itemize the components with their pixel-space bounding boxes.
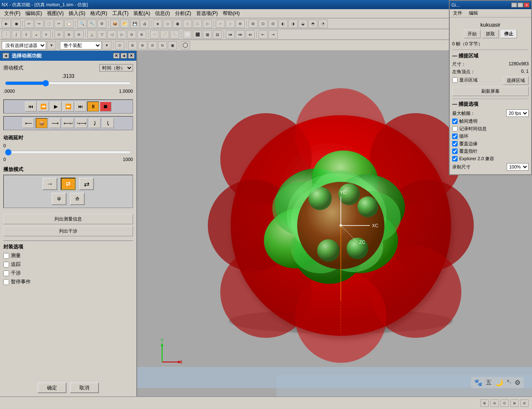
toolbar-btn-8[interactable]: 🔍	[77, 20, 86, 28]
toolbar-btn-10[interactable]: ⚙	[97, 20, 106, 28]
toolbar2-btn-3[interactable]: λ	[22, 30, 31, 39]
loop-btn-5[interactable]: ↪⟶	[76, 118, 87, 128]
toolbar2-btn-6[interactable]: ⊙	[54, 30, 64, 39]
toolbar-btn-4[interactable]: ↪	[34, 20, 44, 28]
toolbar-start-btn[interactable]: ▶	[2, 20, 11, 28]
delay-slider[interactable]	[5, 149, 131, 156]
toolbar3-btn-4[interactable]: ⊕	[128, 41, 137, 50]
toolbar2-btn-22[interactable]: ⏮	[226, 30, 235, 39]
loop-btn-4[interactable]: ⟵↩	[62, 118, 74, 128]
loop-btn-3[interactable]: ⟶	[49, 118, 61, 128]
toolbar2-btn-9[interactable]: △	[87, 30, 96, 39]
toolbar-btn-17[interactable]: ▣	[173, 20, 182, 28]
toolbar-btn-18[interactable]: ○	[183, 20, 192, 28]
capture-btn[interactable]: 抓取	[482, 30, 499, 38]
toolbar2-btn-19[interactable]: ⬛	[193, 30, 202, 39]
toolbar-btn-16[interactable]: ◇	[163, 20, 172, 28]
status-btn-3[interactable]: ⊙	[500, 399, 509, 407]
panel-close-btn[interactable]: ◄	[121, 53, 127, 59]
toolbar2-btn-26[interactable]: ⇥	[268, 30, 278, 39]
toolbar2-btn-16[interactable]: ⋰	[160, 30, 169, 39]
loop-btn-1[interactable]: ⟵	[22, 118, 34, 128]
rewind-start-btn[interactable]: ⏮	[25, 102, 37, 112]
rp-maximize-btn[interactable]: □	[517, 2, 523, 7]
toolbar-btn-24[interactable]: ⊞	[249, 20, 258, 28]
toolbar2-btn-11[interactable]: ◁	[107, 30, 116, 39]
rp-menu-edit[interactable]: 编辑	[467, 10, 480, 17]
toolbar2-btn-5[interactable]: ≡	[42, 30, 51, 39]
toolbar3-cube-btn[interactable]: ⬡	[181, 41, 190, 50]
toolbar3-btn-6[interactable]: ⊘	[148, 41, 157, 50]
toolbar2-btn-15[interactable]: ⋯	[150, 30, 159, 39]
toolbar-btn-23[interactable]: ⊕	[236, 20, 245, 28]
toolbar-btn-7[interactable]: 📋	[64, 20, 74, 28]
selection-dropdown[interactable]: 没有选择过滤器	[2, 41, 46, 50]
toolbar-btn-30[interactable]: ◓	[308, 20, 318, 28]
refresh-screen-btn[interactable]: 刷新屏幕	[452, 87, 529, 96]
loop-btn-7[interactable]: ⤹	[102, 118, 114, 128]
stop-capture-btn[interactable]: 停止	[500, 30, 517, 38]
interference-checkbox[interactable]	[3, 270, 9, 276]
explorer-compat-checkbox[interactable]	[452, 156, 458, 161]
list-measure-btn[interactable]: 列出测量信息	[3, 214, 133, 224]
toolbar-btn-3[interactable]: ↩	[25, 20, 34, 28]
toolbar2-btn-2[interactable]: ∫	[12, 30, 21, 39]
menu-file[interactable]: 文件(F)	[2, 9, 23, 18]
toolbar2-btn-4[interactable]: ⧡	[32, 30, 41, 39]
fwd-end-btn[interactable]: ⏭	[75, 102, 86, 112]
status-btn-2[interactable]: ⊖	[490, 399, 499, 407]
time-slider[interactable]	[5, 80, 131, 87]
select-area-btn[interactable]: 选择区域	[503, 76, 529, 85]
toolbar-btn-21[interactable]: ↔	[216, 20, 225, 28]
play-mode-btn-5[interactable]: ⟰	[70, 193, 85, 205]
toolbar-btn-26[interactable]: ⊟	[268, 20, 278, 28]
rp-close-btn[interactable]: ✕	[524, 2, 530, 7]
toolbar2-btn-21[interactable]: ▤	[213, 30, 222, 39]
cover-edge-checkbox[interactable]	[452, 141, 458, 146]
assembly-dropdown[interactable]: 整个装配	[60, 41, 101, 50]
toolbar-btn-5[interactable]: ⬚	[44, 20, 54, 28]
toolbar-btn-15[interactable]: ◈	[153, 20, 162, 28]
panel-pin-btn[interactable]: ✕	[113, 53, 120, 59]
toolbar2-btn-24[interactable]: ⏯	[246, 30, 255, 39]
toolbar2-btn-7[interactable]: ⊗	[64, 30, 74, 39]
fps-select[interactable]: 20 fps 30 fps 15 fps	[506, 109, 529, 117]
menu-preferences[interactable]: 首选项(P)	[194, 9, 220, 18]
stop-btn[interactable]: ⏹	[100, 102, 111, 112]
toolbar-btn-29[interactable]: ◒	[298, 20, 308, 28]
toolbar-btn-27[interactable]: ◐	[278, 20, 288, 28]
toolbar-btn-31[interactable]: ◔	[318, 20, 328, 28]
toolbar-btn-14[interactable]: 🖨	[140, 20, 149, 28]
toolbar-btn-19[interactable]: □	[193, 20, 202, 28]
menu-help[interactable]: 帮助(H)	[220, 9, 242, 18]
loop-btn-2[interactable]: 📦	[36, 118, 47, 128]
toolbar-btn-20[interactable]: ▷	[203, 20, 212, 28]
toolbar2-btn-23[interactable]: ⏭	[236, 30, 245, 39]
toolbar-btn-12[interactable]: 📂	[120, 20, 129, 28]
cancel-btn[interactable]: 取消	[70, 382, 99, 393]
menu-view[interactable]: 视图(V)	[44, 9, 66, 18]
toolbar-btn-2[interactable]: ◼	[12, 20, 21, 28]
show-area-checkbox[interactable]	[452, 77, 458, 83]
toolbar3-btn-5[interactable]: ⊗	[138, 41, 147, 50]
toolbar2-btn-14[interactable]: ⊕	[137, 30, 146, 39]
trace-checkbox[interactable]	[3, 262, 9, 268]
cover-pointer-checkbox[interactable]	[452, 149, 458, 154]
rp-menu-file[interactable]: 文件	[451, 10, 464, 17]
toolbar-btn-25[interactable]: ⊡	[259, 20, 268, 28]
toolbar2-btn-13[interactable]: ⊖	[127, 30, 136, 39]
menu-tools[interactable]: 工具(T)	[110, 9, 131, 18]
confirm-btn[interactable]: 确定	[37, 382, 66, 393]
toolbar-btn-13[interactable]: 💾	[130, 20, 139, 28]
toolbar3-btn-2[interactable]: ▼	[102, 41, 111, 50]
toolbar2-btn-12[interactable]: ▷	[117, 30, 126, 39]
toolbar2-btn-8[interactable]: ⊘	[74, 30, 84, 39]
menu-analyze[interactable]: 分析(Z)	[172, 9, 194, 18]
play-mode-btn-4[interactable]: ⟱	[52, 193, 66, 205]
status-btn-5[interactable]: ⊘	[520, 399, 529, 407]
play-mode-loop-btn[interactable]: 🔁	[61, 178, 76, 190]
record-time-checkbox[interactable]	[452, 126, 458, 131]
status-btn-1[interactable]: ⊕	[480, 399, 489, 407]
panel-close-x-btn[interactable]: ✕	[128, 53, 135, 59]
toolbar3-btn-1[interactable]: ▼	[47, 41, 56, 50]
